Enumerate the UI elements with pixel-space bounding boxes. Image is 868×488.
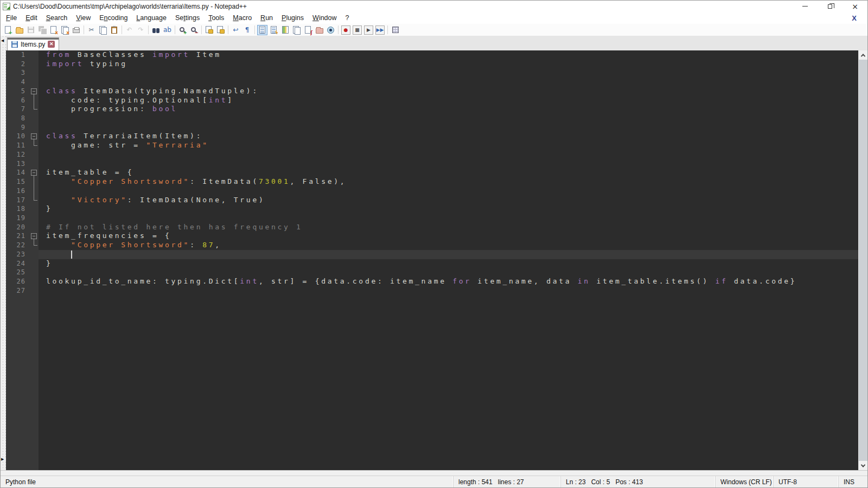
code-line-5[interactable]: class ItemData(typing.NamedTuple): — [39, 87, 858, 96]
line-number[interactable]: 23 — [6, 250, 30, 259]
line-number[interactable]: 22 — [6, 241, 30, 250]
word-wrap-icon[interactable]: ↩ — [231, 25, 241, 35]
find-icon[interactable] — [151, 25, 161, 35]
code-line-17[interactable]: "Victory": ItemData(None, True) — [39, 196, 858, 205]
replace-icon[interactable]: ab — [162, 25, 173, 35]
line-number[interactable]: 20 — [6, 223, 30, 232]
fold-collapse-icon[interactable] — [30, 168, 39, 177]
zoom-in-icon[interactable]: + — [177, 25, 188, 35]
paste-icon[interactable] — [109, 25, 119, 35]
fold-collapse-icon[interactable] — [30, 232, 39, 241]
menu-tools[interactable]: Tools — [204, 13, 228, 23]
code-line-16[interactable] — [39, 187, 858, 196]
code-line-3[interactable] — [39, 68, 858, 78]
scroll-right-icon[interactable]: ▶ — [1, 457, 6, 461]
document-map-icon[interactable] — [280, 25, 290, 35]
close-button[interactable]: × — [843, 1, 867, 12]
code-line-20[interactable]: # If not listed here then has frequency … — [39, 223, 858, 232]
sync-horizontal-scroll-icon[interactable] — [215, 25, 226, 35]
code-line-23[interactable] — [39, 250, 858, 259]
code-line-22[interactable]: "Copper Shortsword": 87, — [39, 241, 858, 250]
redo-icon[interactable]: ↷ — [136, 25, 146, 35]
line-number[interactable]: 19 — [6, 214, 30, 223]
menu-search[interactable]: Search — [42, 13, 72, 23]
new-file-icon[interactable]: + — [3, 25, 13, 35]
line-number[interactable]: 12 — [6, 150, 30, 159]
show-all-characters-icon[interactable]: ¶ — [242, 25, 252, 35]
line-number[interactable]: 4 — [6, 78, 30, 87]
save-all-icon[interactable] — [37, 25, 47, 35]
open-file-icon[interactable] — [14, 25, 24, 35]
fold-collapse-icon[interactable] — [30, 87, 39, 96]
menu-settings[interactable]: Settings — [171, 13, 204, 23]
menu-macro[interactable]: Macro — [228, 13, 256, 23]
monitoring-eye-icon[interactable] — [326, 25, 336, 35]
minimize-button[interactable] — [793, 1, 818, 12]
code-line-24[interactable]: } — [39, 259, 858, 268]
menu-help[interactable]: ? — [341, 13, 354, 23]
line-number[interactable]: 3 — [6, 68, 30, 78]
code-line-25[interactable] — [39, 268, 858, 277]
zoom-out-icon[interactable]: − — [189, 25, 199, 35]
print-icon[interactable] — [71, 25, 81, 35]
sync-vertical-scroll-icon[interactable] — [204, 25, 214, 35]
line-number[interactable]: 18 — [6, 204, 30, 214]
menu-run[interactable]: Run — [256, 13, 277, 23]
menu-file[interactable]: File — [2, 13, 21, 23]
macro-record-icon[interactable]: ● — [341, 25, 350, 35]
script-doc-icon[interactable]: ʃ — [303, 25, 313, 35]
line-number[interactable]: 1 — [6, 50, 30, 60]
code-line-8[interactable] — [39, 114, 858, 123]
line-number[interactable]: 26 — [6, 277, 30, 286]
menu-plugins[interactable]: Plugins — [277, 13, 308, 23]
code-line-9[interactable] — [39, 123, 858, 132]
macro-save-icon[interactable] — [390, 25, 400, 35]
line-number[interactable]: 11 — [6, 141, 30, 150]
restore-button[interactable] — [818, 1, 843, 12]
editor[interactable]: 1234567891011121314151617181920212223242… — [6, 50, 867, 470]
line-number[interactable]: 25 — [6, 268, 30, 277]
cut-icon[interactable]: ✂ — [86, 25, 97, 35]
macro-play-icon[interactable]: ▶ — [364, 25, 373, 35]
close-file-icon[interactable]: x — [48, 25, 59, 35]
fold-collapse-icon[interactable] — [30, 132, 39, 141]
code-line-21[interactable]: item_frequencies = { — [39, 232, 858, 241]
line-number[interactable]: 7 — [6, 105, 30, 114]
line-number[interactable]: 2 — [6, 60, 30, 69]
dock-grip[interactable]: ◀ ▶ — [1, 36, 6, 470]
code-line-27[interactable] — [39, 286, 858, 296]
macro-stop-icon[interactable]: ■ — [353, 25, 362, 35]
scroll-up-icon[interactable] — [859, 50, 867, 60]
code-line-18[interactable]: } — [39, 204, 858, 214]
macro-run-multiple-icon[interactable]: ▶▶ — [375, 25, 385, 35]
line-number[interactable]: 6 — [6, 96, 30, 105]
menu-language[interactable]: Language — [132, 13, 171, 23]
code-line-26[interactable]: lookup_id_to_name: typing.Dict[int, str]… — [39, 277, 858, 286]
code-line-10[interactable]: class TerrariaItem(Item): — [39, 132, 858, 141]
folder-as-workspace-icon[interactable] — [314, 25, 324, 35]
code-line-13[interactable] — [39, 159, 858, 169]
line-number[interactable]: 27 — [6, 286, 30, 296]
vertical-scrollbar[interactable] — [858, 50, 867, 470]
menubar-close-icon[interactable]: X — [847, 13, 861, 23]
line-number[interactable]: 8 — [6, 114, 30, 123]
tab-items-py[interactable]: Items.py ✕ — [7, 37, 59, 50]
line-number[interactable]: 14 — [6, 168, 30, 177]
code-line-6[interactable]: code: typing.Optional[int] — [39, 96, 858, 105]
code-line-12[interactable] — [39, 150, 858, 159]
copy-icon[interactable] — [98, 25, 108, 35]
menu-edit[interactable]: Edit — [21, 13, 42, 23]
menu-window[interactable]: Window — [308, 13, 341, 23]
code-line-19[interactable] — [39, 214, 858, 223]
line-number[interactable]: 16 — [6, 187, 30, 196]
close-all-icon[interactable]: x — [60, 25, 70, 35]
scroll-down-icon[interactable] — [859, 461, 867, 470]
line-number[interactable]: 21 — [6, 232, 30, 241]
code-line-15[interactable]: "Copper Shortsword": ItemData(73001, Fal… — [39, 177, 858, 187]
code-line-2[interactable]: import typing — [39, 60, 858, 69]
code-line-11[interactable]: game: str = "Terraria" — [39, 141, 858, 150]
menu-encoding[interactable]: Encoding — [95, 13, 132, 23]
line-number[interactable]: 5 — [6, 87, 30, 96]
line-number[interactable]: 10 — [6, 132, 30, 141]
code-line-7[interactable]: progression: bool — [39, 105, 858, 114]
